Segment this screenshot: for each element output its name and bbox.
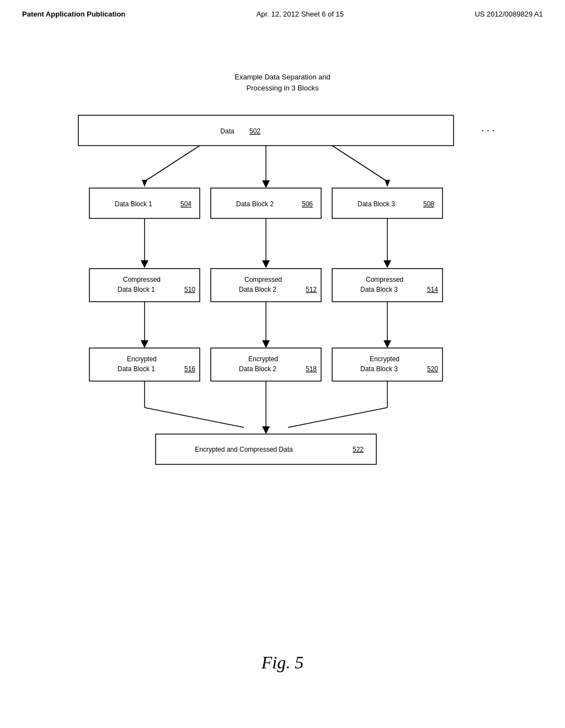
arrow-data-block3 <box>332 146 387 181</box>
enc-block3-label2: Data Block 3 <box>360 365 398 373</box>
arrowhead-block1-comp1 <box>141 260 148 268</box>
arrowhead-data-block1 <box>142 180 147 187</box>
enc-block2-ref: 518 <box>306 365 317 373</box>
header-date-sheet: Apr. 12, 2012 Sheet 6 of 15 <box>257 10 344 18</box>
diagram-area: Example Data Separation and Processing i… <box>33 72 532 618</box>
enc-block3-box <box>332 348 443 381</box>
data-block1-ref: 504 <box>180 200 191 208</box>
enc-block1-ref: 516 <box>184 365 195 373</box>
diagram-title: Example Data Separation and Processing i… <box>33 72 532 93</box>
enc-block2-box <box>211 348 321 381</box>
data-block2-label: Data Block 2 <box>236 200 274 208</box>
comp-block1-label1: Compressed <box>123 276 161 283</box>
comp-block1-label2: Data Block 1 <box>118 286 155 293</box>
arrow-enc1-diagonal <box>145 408 244 427</box>
comp-block3-label1: Compressed <box>366 276 403 283</box>
arrow-data-block1 <box>145 146 200 181</box>
header-publication: Patent Application Publication <box>22 10 125 18</box>
data-block2-ref: 506 <box>302 200 313 208</box>
final-ref: 522 <box>353 446 364 453</box>
enc-block3-label1: Encrypted <box>370 355 399 363</box>
final-label: Encrypted and Compressed Data <box>195 446 293 453</box>
diagram-svg: Data 502 · · · Data Block 1 504 Data Blo… <box>45 110 520 496</box>
enc-block3-ref: 520 <box>427 365 438 373</box>
enc-block1-label2: Data Block 1 <box>118 365 155 373</box>
data-ref: 502 <box>249 127 260 135</box>
comp-block3-ref: 514 <box>427 286 438 293</box>
arrowhead-final <box>262 426 270 434</box>
comp-block2-label1: Compressed <box>244 276 282 283</box>
header-patent-number: US 2012/0089829 A1 <box>475 10 543 18</box>
comp-block3-box <box>332 269 443 302</box>
comp-block1-box <box>89 269 200 302</box>
comp-block3-label2: Data Block 3 <box>360 286 398 293</box>
arrowhead-comp1-enc1 <box>141 340 148 348</box>
arrowhead-data-block2 <box>262 180 270 188</box>
arrow-enc3-diagonal <box>288 408 387 427</box>
arrowhead-comp3-enc3 <box>383 340 391 348</box>
page-header: Patent Application Publication Apr. 12, … <box>0 0 565 18</box>
data-label: Data <box>220 127 234 135</box>
enc-block2-label1: Encrypted <box>248 355 278 363</box>
comp-block1-ref: 510 <box>184 286 195 293</box>
comp-block2-label2: Data Block 2 <box>239 286 276 293</box>
comp-block2-ref: 512 <box>306 286 317 293</box>
enc-block2-label2: Data Block 2 <box>239 365 276 373</box>
arrowhead-comp2-enc2 <box>262 340 270 348</box>
ellipsis: · · · <box>481 125 495 136</box>
data-block3-label: Data Block 3 <box>358 200 395 208</box>
enc-block1-label1: Encrypted <box>127 355 157 363</box>
figure-label: Fig. 5 <box>262 652 303 673</box>
data-block3-ref: 508 <box>423 200 434 208</box>
comp-block2-box <box>211 269 321 302</box>
enc-block1-box <box>89 348 200 381</box>
data-block1-label: Data Block 1 <box>115 200 152 208</box>
arrowhead-block2-comp2 <box>262 260 270 268</box>
arrowhead-block3-comp3 <box>383 260 391 268</box>
arrowhead-data-block3 <box>385 180 390 187</box>
data-box <box>78 115 454 146</box>
